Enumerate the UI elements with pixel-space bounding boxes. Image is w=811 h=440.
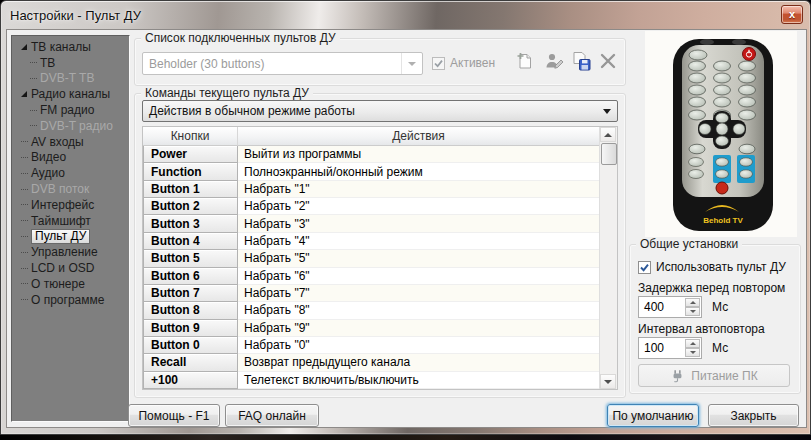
selected-item-highlight: Пульт ДУ: [31, 229, 90, 244]
commands-group-label: Команды текущего пульта ДУ: [141, 87, 313, 100]
interval-input[interactable]: 100: [638, 337, 702, 359]
use-remote-checkbox[interactable]: Использовать пульт ДУ: [638, 260, 786, 274]
settings-window: Настройки - Пульт ДУ x ТВ каналы ТВ DVB-…: [0, 0, 811, 435]
table-header: Кнопки Действия: [143, 127, 600, 146]
table-row[interactable]: FunctionПолноэкранный/оконный режим: [143, 163, 600, 180]
interval-label: Интервал автоповтора: [638, 322, 765, 336]
arrow-down-icon: [604, 380, 612, 384]
commands-table: Кнопки Действия PowerВыйти из программы …: [142, 126, 618, 390]
sidebar-item-control[interactable]: Управление: [12, 244, 129, 260]
table-row[interactable]: +100Телетекст включить/выключить: [143, 372, 600, 389]
sidebar-item-tv[interactable]: ТВ: [12, 55, 129, 71]
table-row[interactable]: Button 3Набрать "3": [143, 215, 600, 232]
delete-remote-button[interactable]: [596, 49, 620, 73]
new-document-icon: [513, 50, 535, 72]
save-remote-button[interactable]: [569, 49, 593, 73]
delay-label: Задержка перед повтором: [638, 281, 785, 295]
close-button[interactable]: x: [781, 5, 803, 24]
sidebar-item-fm-radio[interactable]: FM радио: [12, 102, 129, 118]
stepper-up-button[interactable]: [685, 339, 700, 348]
arrow-up-icon: [604, 133, 612, 137]
interval-unit-label: Мс: [712, 341, 728, 355]
delete-icon: [597, 50, 619, 72]
faq-online-button[interactable]: FAQ онлайн: [225, 404, 319, 427]
new-remote-button[interactable]: [512, 49, 536, 73]
checkbox-box[interactable]: [638, 261, 651, 274]
brand-text: Behold TV: [703, 216, 743, 225]
commands-group: Команды текущего пульта ДУ Действия в об…: [134, 93, 626, 398]
check-icon: [433, 58, 444, 69]
expander-icon[interactable]: [21, 91, 27, 97]
edit-remote-button[interactable]: [542, 49, 566, 73]
settings-tree: ТВ каналы ТВ DVB-T ТВ Радио каналы FM ра…: [11, 35, 130, 422]
expander-icon[interactable]: [21, 44, 27, 50]
window-title: Настройки - Пульт ДУ: [10, 8, 141, 23]
user-edit-icon: [543, 50, 565, 72]
table-row[interactable]: Button 2Набрать "2": [143, 198, 600, 215]
table-row[interactable]: Button 9Набрать "9": [143, 320, 600, 337]
arrow-up-icon: [690, 342, 696, 345]
table-row[interactable]: Button 7Набрать "7": [143, 285, 600, 302]
pc-power-button[interactable]: Питание ПК: [638, 364, 790, 387]
sidebar-item-remote-control[interactable]: Пульт ДУ: [12, 229, 129, 245]
arrow-down-icon: [690, 351, 696, 354]
power-plug-icon: [670, 368, 685, 383]
check-icon: [639, 262, 650, 273]
arrow-up-icon: [690, 301, 696, 304]
delay-input[interactable]: 400: [638, 296, 702, 318]
table-row[interactable]: Button 1Набрать "1": [143, 181, 600, 198]
sidebar-item-av-inputs[interactable]: AV входы: [12, 134, 129, 150]
general-settings-group: Общие установки Использовать пульт ДУ За…: [629, 244, 801, 394]
chevron-down-icon: [408, 62, 416, 66]
sidebar-item-dvbt-tv[interactable]: DVB-T ТВ: [12, 71, 129, 87]
scrollbar-thumb[interactable]: [601, 143, 617, 165]
general-group-label: Общие установки: [636, 238, 742, 251]
sidebar-item-audio[interactable]: Аудио: [12, 165, 129, 181]
header-buttons[interactable]: Кнопки: [143, 127, 238, 146]
stepper-up-button[interactable]: [685, 298, 700, 307]
remote-photo: Behold TV: [645, 31, 797, 237]
table-scrollbar[interactable]: [599, 127, 617, 389]
table-row[interactable]: Button 0Набрать "0": [143, 337, 600, 354]
scroll-down-button[interactable]: [600, 374, 616, 389]
mode-select[interactable]: Действия в обычном режиме работы: [142, 100, 618, 122]
remote-active-checkbox[interactable]: Активен: [432, 56, 495, 70]
dialog-client-area: ТВ каналы ТВ DVB-T ТВ Радио каналы FM ра…: [7, 30, 806, 427]
sidebar-item-dvbt-radio[interactable]: DVB-T радио: [12, 118, 129, 134]
table-body: PowerВыйти из программы FunctionПолноэкр…: [143, 146, 600, 389]
delay-unit-label: Мс: [712, 300, 728, 314]
defaults-button[interactable]: По умолчанию: [607, 404, 699, 427]
sidebar-item-timeshift[interactable]: Таймшифт: [12, 213, 129, 229]
table-row[interactable]: RecallВозврат предыдущего канала: [143, 354, 600, 371]
sidebar-item-video[interactable]: Видео: [12, 150, 129, 166]
titlebar[interactable]: Настройки - Пульт ДУ x: [1, 1, 810, 30]
screen: Настройки - Пульт ДУ x ТВ каналы ТВ DVB-…: [0, 0, 811, 440]
remotes-group-label: Список подключенных пультов ДУ: [141, 32, 340, 45]
sidebar-item-tv-channels[interactable]: ТВ каналы: [12, 39, 129, 55]
sidebar-item-radio-channels[interactable]: Радио каналы: [12, 86, 129, 102]
sidebar-item-dvb-stream[interactable]: DVB поток: [12, 181, 129, 197]
close-icon: x: [789, 9, 795, 20]
remotes-group: Список подключенных пультов ДУ Beholder …: [134, 38, 626, 86]
table-row[interactable]: Button 6Набрать "6": [143, 268, 600, 285]
remote-select[interactable]: Beholder (30 buttons): [142, 52, 423, 75]
interval-stepper[interactable]: [685, 339, 700, 357]
stepper-down-button[interactable]: [685, 348, 700, 357]
save-icon: [570, 50, 592, 72]
table-row[interactable]: Button 8Набрать "8": [143, 302, 600, 319]
delay-stepper[interactable]: [685, 298, 700, 316]
sidebar-item-lcd-osd[interactable]: LCD и OSD: [12, 260, 129, 276]
table-row[interactable]: PowerВыйти из программы: [143, 146, 600, 163]
table-row[interactable]: Button 4Набрать "4": [143, 233, 600, 250]
sidebar-item-interface[interactable]: Интерфейс: [12, 197, 129, 213]
arrow-down-icon: [690, 310, 696, 313]
sidebar-item-about-program[interactable]: О программе: [12, 292, 129, 308]
close-dialog-button[interactable]: Закрыть: [708, 404, 799, 427]
header-actions[interactable]: Действия: [238, 127, 600, 146]
scroll-up-button[interactable]: [600, 127, 616, 142]
sidebar-item-about-tuner[interactable]: О тюнере: [12, 276, 129, 292]
help-button[interactable]: Помощь - F1: [128, 404, 220, 427]
table-row[interactable]: Button 5Набрать "5": [143, 250, 600, 267]
stepper-down-button[interactable]: [685, 307, 700, 316]
checkbox-box[interactable]: [432, 57, 445, 70]
